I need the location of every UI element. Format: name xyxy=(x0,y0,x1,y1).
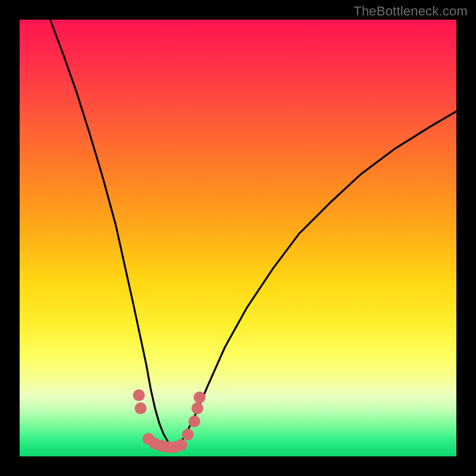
marker-dot xyxy=(133,389,145,401)
bottleneck-markers xyxy=(133,389,205,453)
marker-dot xyxy=(134,402,146,414)
bottleneck-curve xyxy=(50,20,456,446)
marker-dot xyxy=(182,428,194,440)
chart-frame: TheBottleneck.com xyxy=(0,0,476,476)
plot-area xyxy=(20,20,456,456)
watermark-text: TheBottleneck.com xyxy=(353,4,468,19)
marker-dot xyxy=(189,415,201,427)
chart-svg xyxy=(20,20,456,456)
marker-dot xyxy=(192,402,203,414)
marker-dot xyxy=(193,392,205,403)
marker-dot xyxy=(176,439,187,451)
